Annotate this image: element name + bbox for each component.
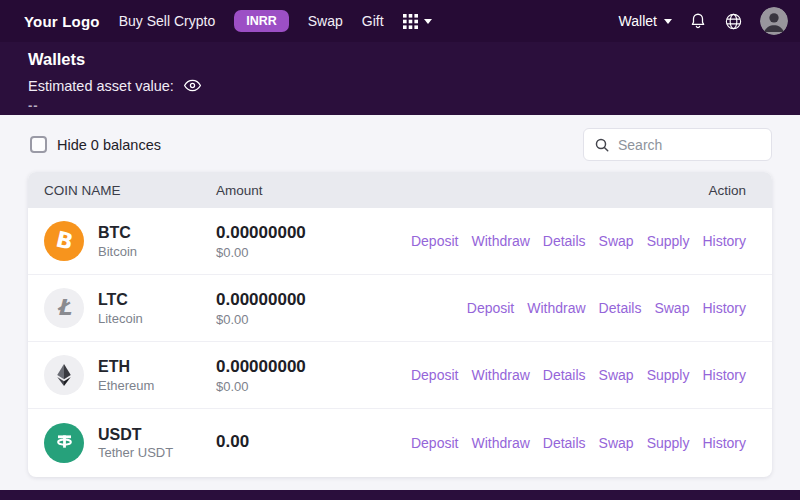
currency-badge[interactable]: INRR (234, 10, 289, 32)
coin-actions: DepositWithdrawDetailsSwapSupplyHistory (411, 435, 746, 451)
coin-usd-value: $0.00 (216, 379, 411, 394)
coin-table-body: B BTC Bitcoin 0.00000000 $0.00 DepositWi… (28, 208, 772, 476)
action-deposit-link[interactable]: Deposit (411, 435, 458, 451)
coin-symbol: BTC (98, 223, 137, 244)
action-swap-link[interactable]: Swap (599, 435, 634, 451)
coin-cell: ETH Ethereum (44, 355, 216, 395)
page-title: Wallets (28, 50, 772, 69)
coin-usd-value: $0.00 (216, 312, 467, 327)
action-history-link[interactable]: History (702, 300, 746, 316)
site-logo[interactable]: Your Logo (24, 13, 100, 30)
coin-symbol: ETH (98, 357, 154, 378)
eye-icon[interactable] (183, 76, 202, 95)
coin-cell: USDT Tether USDT (44, 423, 216, 463)
action-withdraw-link[interactable]: Withdraw (471, 435, 529, 451)
action-swap-link[interactable]: Swap (654, 300, 689, 316)
action-details-link[interactable]: Details (599, 300, 642, 316)
estimated-asset-label: Estimated asset value: (28, 78, 174, 94)
coin-symbol: LTC (98, 290, 143, 311)
btc-icon: B (44, 221, 84, 261)
navbar-right-group: Wallet (619, 7, 788, 35)
nav-swap-link[interactable]: Swap (308, 13, 343, 29)
action-deposit-link[interactable]: Deposit (411, 233, 458, 249)
amount-cell: 0.00000000 $0.00 (216, 289, 467, 327)
action-history-link[interactable]: History (702, 367, 746, 383)
eth-icon (44, 355, 84, 395)
coin-amount: 0.00000000 (216, 289, 467, 312)
navbar-left-group: Your Logo Buy Sell Crypto INRR Swap Gift (24, 10, 619, 32)
nav-gift-link[interactable]: Gift (362, 13, 384, 29)
wallet-table-card: COIN NAME Amount Action B BTC Bitcoin 0.… (28, 172, 772, 477)
chevron-down-icon (664, 19, 672, 24)
wallet-menu-button[interactable]: Wallet (619, 13, 672, 29)
coin-cell: Ł LTC Litecoin (44, 288, 216, 328)
action-history-link[interactable]: History (702, 435, 746, 451)
column-header-amount: Amount (216, 183, 708, 198)
ltc-icon: Ł (44, 288, 84, 328)
table-row: ETH Ethereum 0.00000000 $0.00 DepositWit… (28, 342, 772, 409)
coin-actions: DepositWithdrawDetailsSwapSupplyHistory (411, 233, 746, 249)
table-header-row: COIN NAME Amount Action (28, 172, 772, 208)
action-supply-link[interactable]: Supply (647, 233, 690, 249)
estimated-asset-value: -- (28, 98, 772, 113)
table-row: B BTC Bitcoin 0.00000000 $0.00 DepositWi… (28, 208, 772, 275)
coin-amount: 0.00 (216, 431, 411, 454)
column-header-action: Action (708, 183, 746, 198)
coin-amount: 0.00000000 (216, 222, 411, 245)
action-deposit-link[interactable]: Deposit (467, 300, 514, 316)
bell-icon (689, 12, 707, 30)
coin-name: Ethereum (98, 378, 154, 393)
top-navbar: Your Logo Buy Sell Crypto INRR Swap Gift… (0, 0, 800, 42)
hide-zero-balances-checkbox[interactable] (30, 136, 47, 153)
hide-zero-balances-label: Hide 0 balances (57, 137, 161, 153)
hide-zero-balances-control: Hide 0 balances (30, 136, 161, 153)
user-avatar[interactable] (760, 7, 788, 35)
usdt-icon (44, 423, 84, 463)
wallet-menu-label: Wallet (619, 13, 657, 29)
action-withdraw-link[interactable]: Withdraw (527, 300, 585, 316)
wallet-page-header: Wallets Estimated asset value: -- (0, 42, 800, 115)
globe-icon (724, 12, 743, 31)
apps-grid-icon (403, 14, 418, 29)
coin-actions: DepositWithdrawDetailsSwapSupplyHistory (411, 367, 746, 383)
coin-cell: B BTC Bitcoin (44, 221, 216, 261)
amount-cell: 0.00 (216, 431, 411, 454)
coin-actions: DepositWithdrawDetailsSwapHistory (467, 300, 746, 316)
action-deposit-link[interactable]: Deposit (411, 367, 458, 383)
apps-menu-button[interactable] (403, 14, 432, 29)
amount-cell: 0.00000000 $0.00 (216, 356, 411, 394)
search-input[interactable] (618, 137, 761, 153)
notifications-button[interactable] (689, 12, 707, 30)
coin-symbol: USDT (98, 425, 173, 446)
action-withdraw-link[interactable]: Withdraw (471, 367, 529, 383)
coin-name: Tether USDT (98, 445, 173, 460)
coin-name: Litecoin (98, 311, 143, 326)
language-button[interactable] (724, 12, 743, 31)
table-row: USDT Tether USDT 0.00 DepositWithdrawDet… (28, 409, 772, 476)
action-swap-link[interactable]: Swap (599, 233, 634, 249)
action-details-link[interactable]: Details (543, 233, 586, 249)
search-icon (594, 137, 610, 153)
action-details-link[interactable]: Details (543, 435, 586, 451)
action-history-link[interactable]: History (702, 233, 746, 249)
nav-buy-sell-crypto-link[interactable]: Buy Sell Crypto (119, 13, 215, 29)
table-row: Ł LTC Litecoin 0.00000000 $0.00 DepositW… (28, 275, 772, 342)
coin-usd-value: $0.00 (216, 245, 411, 260)
action-details-link[interactable]: Details (543, 367, 586, 383)
coin-amount: 0.00000000 (216, 356, 411, 379)
coin-name: Bitcoin (98, 244, 137, 259)
action-supply-link[interactable]: Supply (647, 367, 690, 383)
search-box (583, 128, 772, 161)
action-withdraw-link[interactable]: Withdraw (471, 233, 529, 249)
action-supply-link[interactable]: Supply (647, 435, 690, 451)
chevron-down-icon (424, 19, 432, 24)
column-header-coin-name: COIN NAME (44, 183, 216, 198)
action-swap-link[interactable]: Swap (599, 367, 634, 383)
page-footer-bar (0, 490, 800, 500)
amount-cell: 0.00000000 $0.00 (216, 222, 411, 260)
